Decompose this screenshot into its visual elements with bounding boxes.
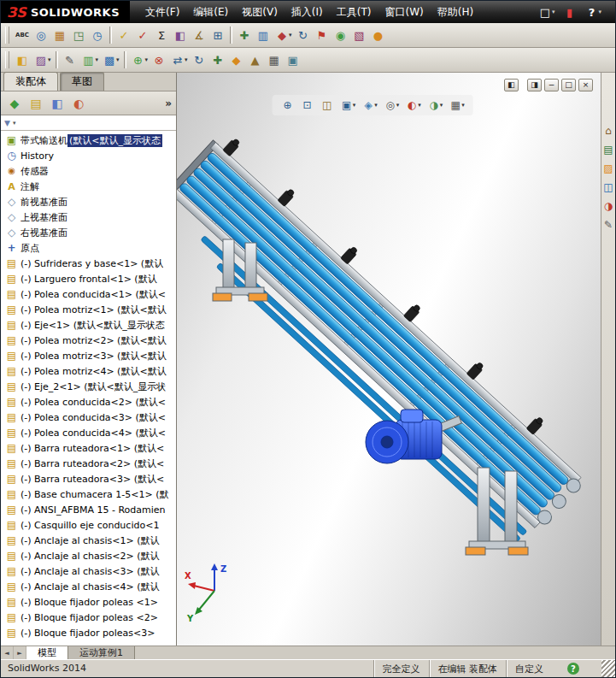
tree-item[interactable]: (-) Anclaje al chasis<1> (默认 xyxy=(1,533,176,548)
toolbar-button[interactable]: ▧ xyxy=(350,25,369,45)
tree-item[interactable]: (-) Barra ruteadora<1> (默认< xyxy=(1,440,176,456)
toolbar-button[interactable] xyxy=(109,27,112,44)
toolbar-button[interactable] xyxy=(124,51,126,68)
window-control-button[interactable]: − xyxy=(544,79,559,91)
toolbar-button[interactable]: ✓ xyxy=(133,25,152,45)
tree-item[interactable]: (-) Sufrideras y base<1> (默认 xyxy=(1,256,176,271)
panel-expand-button[interactable]: » xyxy=(165,97,172,109)
menu-item[interactable]: 插入(I) xyxy=(285,3,330,22)
task-pane-button[interactable]: ✎ xyxy=(604,220,613,230)
toolbar-button[interactable]: ▥ ▾ xyxy=(79,50,101,70)
toolbar-button[interactable]: ⊞ xyxy=(208,25,227,45)
toolbar-button[interactable]: ▨ ▾ xyxy=(32,50,53,70)
toolbar-button[interactable]: ▦ xyxy=(265,50,284,70)
tree-item[interactable]: (-) Polea conducida<1> (默认< xyxy=(1,286,176,302)
tab-scroll-button[interactable]: ► xyxy=(14,646,26,659)
heads-up-button[interactable]: ◐ ▾ xyxy=(403,97,423,114)
toolbar-button[interactable]: ↻ xyxy=(294,25,313,45)
filter-caret-icon[interactable]: ▾ xyxy=(13,120,16,127)
toolbar-button[interactable]: ∡ xyxy=(190,25,208,45)
toolbar-button[interactable]: Σ xyxy=(152,25,171,45)
menu-item[interactable]: 文件(F) xyxy=(138,3,186,22)
tree-item[interactable]: (-) Casquillo eje conducido<1 xyxy=(1,517,176,533)
status-custom-dropdown[interactable]: 自定义 xyxy=(506,660,552,677)
titlebar-button[interactable]: □ ▾ xyxy=(536,3,557,21)
heads-up-button[interactable]: ◑ ▾ xyxy=(425,97,445,114)
toolbar-drag-handle[interactable] xyxy=(5,51,9,68)
toolbar-button[interactable]: ◉ xyxy=(331,25,350,45)
toolbar-button[interactable]: ✓ xyxy=(114,25,133,45)
tab-scroll-button[interactable]: ◄ xyxy=(1,646,14,659)
window-control-button[interactable]: ◨ xyxy=(527,79,542,91)
toolbar-button[interactable]: ◆ xyxy=(227,50,246,70)
heads-up-button[interactable]: ▣ ▾ xyxy=(338,97,358,114)
feature-manager-tab-button[interactable]: ◆ xyxy=(5,93,24,114)
menu-item[interactable]: 窗口(W) xyxy=(378,3,430,22)
anchor-foot[interactable] xyxy=(249,293,267,301)
graphics-viewport[interactable]: ◧ ◨ − □ × ⊕ xyxy=(177,73,601,646)
model-3d-view[interactable] xyxy=(177,73,601,646)
tree-item[interactable]: (-) Bloque fijador poleas<3> xyxy=(1,625,176,640)
toolbar-button[interactable]: ✎ xyxy=(61,50,79,70)
anchor-foot[interactable] xyxy=(213,293,232,301)
tree-item[interactable]: (-) Larguero frontal<1> (默认 xyxy=(1,271,176,286)
menu-item[interactable]: 视图(V) xyxy=(235,3,285,22)
tree-item[interactable]: 前视基准面 xyxy=(1,194,176,209)
feature-manager-tab-button[interactable]: ◧ xyxy=(48,93,67,114)
menu-item[interactable]: 工具(T) xyxy=(330,3,378,22)
toolbar-button[interactable] xyxy=(56,51,58,68)
task-pane-button[interactable]: ▨ xyxy=(603,163,613,174)
toolbar-button[interactable]: ◆ ▾ xyxy=(273,25,294,45)
tree-item[interactable]: (-) Polea conducida<3> (默认< xyxy=(1,410,176,425)
toolbar-button[interactable]: ABC xyxy=(13,25,32,45)
tree-item[interactable]: (-) Bloque fijador poleas <2> xyxy=(1,610,176,625)
tree-item[interactable]: (-) Polea motriz<3> (默认<默认 xyxy=(1,348,176,363)
anchor-foot[interactable] xyxy=(508,547,528,555)
resize-grip[interactable] xyxy=(601,660,615,677)
belt-rollers[interactable] xyxy=(179,151,570,516)
toolbar-button[interactable]: ◳ xyxy=(69,25,88,45)
heads-up-button[interactable]: ◎ ▾ xyxy=(382,97,402,114)
tree-item[interactable]: History xyxy=(1,148,176,163)
task-pane-button[interactable]: ⌂ xyxy=(605,126,612,136)
tree-item[interactable]: 带式输送机 (默认<默认_显示状态 xyxy=(1,133,176,148)
document-tab[interactable]: 运动算例1 xyxy=(68,646,135,659)
titlebar-button[interactable]: ▮ xyxy=(560,3,578,21)
task-pane-button[interactable]: ◑ xyxy=(604,201,613,211)
toolbar-drag-handle[interactable] xyxy=(5,27,9,44)
toolbar-button[interactable]: ◎ xyxy=(32,25,50,45)
tree-item[interactable]: (-) Eje<1> (默认<默认_显示状态 xyxy=(1,317,176,333)
toolbar-button[interactable]: ▩ ▾ xyxy=(100,50,121,70)
tree-item[interactable]: (-) Polea conducida<2> (默认< xyxy=(1,394,176,410)
toolbar-button[interactable]: ▦ xyxy=(50,25,69,45)
toolbar-button[interactable]: ◷ xyxy=(88,25,107,45)
toolbar-button[interactable]: ◧ xyxy=(13,50,32,70)
menu-item[interactable]: 帮助(H) xyxy=(431,3,480,22)
tree-item[interactable]: 上视基准面 xyxy=(1,209,176,225)
heads-up-button[interactable]: ◫ xyxy=(319,97,336,114)
heads-up-button[interactable]: ◈ ▾ xyxy=(360,97,379,114)
tree-item[interactable]: (-) ANSI_AFBMA 15 - Rodamien xyxy=(1,502,176,517)
tree-item[interactable]: (-) Anclaje al chasis<2> (默认 xyxy=(1,548,176,563)
toolbar-button[interactable]: ⇄ ▾ xyxy=(168,50,190,70)
tree-item[interactable]: 传感器 xyxy=(1,163,176,179)
tree-item[interactable]: (-) Polea motriz<2> (默认<默认 xyxy=(1,333,176,348)
tree-item[interactable]: (-) Bloque fijador poleas <1> xyxy=(1,594,176,610)
anchor-foot[interactable] xyxy=(466,547,485,555)
feature-manager-tab-button[interactable]: ▤ xyxy=(26,93,45,114)
task-pane-button[interactable]: ▤ xyxy=(603,144,613,155)
feature-manager-tab-button[interactable]: ◐ xyxy=(69,93,88,114)
toolbar-button[interactable]: ● xyxy=(369,25,388,45)
tree-item[interactable]: (-) Barra ruteadora<2> (默认< xyxy=(1,456,176,471)
toolbar-button[interactable] xyxy=(230,27,232,44)
heads-up-button[interactable]: ⊡ xyxy=(299,97,316,114)
toolbar-button[interactable]: ✚ xyxy=(208,50,227,70)
toolbar-button[interactable]: ✚ xyxy=(235,25,254,45)
toolbar-button[interactable]: ▣ xyxy=(284,50,302,70)
document-tab[interactable]: 模型 xyxy=(26,646,68,659)
toolbar-button[interactable]: ⊕ ▾ xyxy=(129,50,150,70)
tree-item[interactable]: (-) Polea motriz<1> (默认<默认 xyxy=(1,302,176,317)
heads-up-button[interactable]: ▦ ▾ xyxy=(447,97,466,114)
tree-item[interactable]: (-) Base chumacera 1-5<1> (默 xyxy=(1,486,176,502)
titlebar-button[interactable]: ? ▾ xyxy=(582,3,603,21)
